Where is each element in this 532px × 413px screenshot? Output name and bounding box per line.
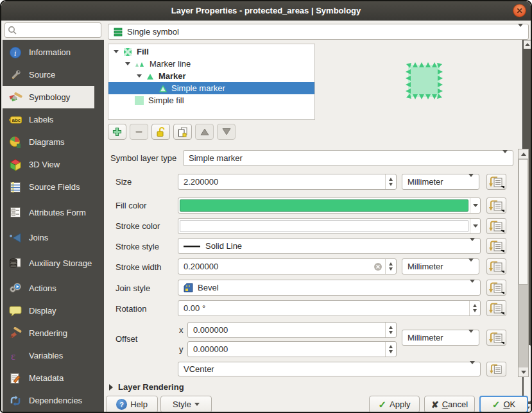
sidebar-item-variables[interactable]: ε Variables [3, 344, 94, 367]
expand-icon[interactable] [137, 74, 142, 78]
tree-item-marker-line[interactable]: Marker line [108, 58, 314, 70]
tree-item-fill[interactable]: Fill [108, 46, 314, 58]
chevron-down-icon [502, 153, 508, 163]
search-box[interactable] [4, 22, 101, 38]
spinner-buttons[interactable] [469, 301, 480, 316]
data-defined-icon [488, 331, 505, 344]
tree-item-simple-fill[interactable]: Simple fill [108, 94, 314, 106]
anchor-point-select[interactable]: VCenter [178, 362, 481, 376]
stroke-color-data-defined-override-button[interactable] [486, 218, 506, 234]
sidebar-item-rendering[interactable]: Rendering [3, 322, 94, 344]
size-unit-select[interactable]: Millimeter [402, 174, 479, 190]
help-icon: ? [116, 399, 127, 410]
join-style-data-defined-override-button[interactable] [486, 280, 506, 296]
stroke-style-data-defined-override-button[interactable] [486, 238, 506, 254]
help-button[interactable]: ? Help [106, 396, 158, 413]
cancel-button[interactable]: ✘ Cancel [424, 396, 475, 413]
ok-button[interactable]: ✓ OK [479, 396, 528, 413]
duplicate-symbol-layer-button[interactable] [173, 124, 192, 140]
move-up-button[interactable] [195, 124, 214, 140]
clear-icon[interactable] [373, 262, 382, 271]
style-button[interactable]: Style [160, 396, 212, 413]
stroke-color-label: Stroke color [116, 221, 160, 231]
lock-color-button[interactable] [151, 124, 170, 140]
offset-y-input[interactable] [187, 341, 397, 357]
pie-chart-icon [8, 135, 23, 149]
layer-rendering-section[interactable]: Layer Rendering [109, 382, 184, 392]
sidebar-item-3d-view[interactable]: 3D View [3, 153, 94, 176]
close-icon[interactable]: ✕ [513, 4, 526, 17]
chevron-down-icon[interactable] [470, 219, 480, 233]
stroke-color-button[interactable] [178, 218, 481, 234]
scroll-down-icon[interactable] [519, 367, 528, 376]
anchor-data-defined-override-button[interactable] [486, 362, 506, 376]
title-bar[interactable]: Layer Properties - protected_areas | Sym… [1, 1, 531, 21]
stroke-width-data-defined-override-button[interactable] [486, 258, 506, 274]
metadata-page-icon [8, 371, 23, 385]
remove-symbol-layer-button[interactable] [130, 124, 148, 140]
offset-y-label: y [179, 344, 184, 354]
spinner-buttons[interactable] [385, 259, 396, 274]
stroke-width-unit-select[interactable]: Millimeter [402, 258, 479, 274]
expand-icon[interactable] [125, 62, 130, 65]
window-title: Layer Properties - protected_areas | Sym… [171, 6, 361, 15]
join-arrow-icon [8, 231, 23, 245]
speech-bubble-icon [8, 304, 23, 318]
fill-color-button[interactable] [178, 198, 481, 214]
sidebar-item-metadata[interactable]: Metadata [3, 367, 94, 389]
search-input[interactable] [17, 26, 93, 35]
sidebar-item-display[interactable]: Display [3, 299, 94, 322]
dependencies-arrows-icon [8, 394, 23, 408]
sidebar-item-auxiliary-storage[interactable]: Auxiliary Storage [3, 249, 94, 277]
sidebar: i Information Source Symbology abc Label… [3, 40, 104, 413]
spinner-buttons[interactable] [385, 342, 396, 357]
expand-icon[interactable] [114, 50, 119, 53]
offset-data-defined-override-button[interactable] [486, 330, 506, 346]
check-icon: ✓ [492, 399, 501, 410]
sidebar-item-source-fields[interactable]: Source Fields [3, 176, 94, 198]
add-symbol-layer-button[interactable] [108, 124, 126, 140]
offset-x-input[interactable] [187, 322, 397, 338]
scroll-up-icon[interactable] [519, 149, 528, 158]
join-style-label: Join style [116, 283, 150, 293]
tree-item-simple-marker[interactable]: Simple marker [108, 82, 314, 94]
stroke-style-label: Stroke style [116, 242, 159, 251]
rotation-input[interactable] [178, 300, 481, 316]
sidebar-item-dependencies[interactable]: Dependencies [3, 389, 94, 412]
renderer-select[interactable]: Single symbol [108, 24, 529, 40]
symbol-layer-type-select[interactable]: Simple marker [183, 150, 513, 166]
join-style-select[interactable]: Bevel [178, 280, 481, 296]
apply-button[interactable]: ✓ Apply [369, 396, 420, 413]
tree-item-marker[interactable]: Marker [108, 70, 314, 82]
sidebar-item-information[interactable]: i Information [3, 41, 94, 63]
symbol-layer-tree: Fill Marker line Marker Simple marker Si… [108, 44, 315, 120]
size-data-defined-override-button[interactable] [486, 174, 506, 190]
chevron-down-icon[interactable] [470, 198, 480, 213]
sidebar-item-symbology[interactable]: Symbology [3, 86, 94, 108]
properties-scrollbar[interactable] [518, 149, 529, 377]
spinner-buttons[interactable] [385, 174, 396, 189]
rotation-data-defined-override-button[interactable] [486, 300, 506, 316]
epsilon-icon: ε [8, 349, 23, 363]
sidebar-item-source[interactable]: Source [3, 63, 94, 86]
stroke-style-select[interactable]: Solid Line [178, 238, 481, 254]
symbology-icon [8, 90, 23, 105]
offset-unit-select[interactable]: Millimeter [402, 330, 479, 346]
spinner-buttons[interactable] [385, 323, 396, 337]
database-icon [8, 256, 23, 270]
sidebar-item-joins[interactable]: Joins [3, 226, 94, 249]
check-icon: ✓ [378, 399, 386, 410]
sidebar-item-labels[interactable]: abc Labels [3, 108, 94, 131]
sidebar-item-diagrams[interactable]: Diagrams [3, 131, 94, 153]
fill-color-data-defined-override-button[interactable] [486, 198, 506, 214]
data-defined-icon [488, 260, 505, 273]
scrollbar-thumb[interactable] [519, 159, 528, 285]
stroke-width-input[interactable] [178, 258, 397, 274]
sidebar-item-attributes-form[interactable]: Attributes Form [3, 198, 94, 226]
sidebar-item-actions[interactable]: Actions [3, 277, 94, 299]
size-input[interactable] [178, 174, 397, 190]
scroll-up-icon[interactable] [524, 40, 531, 49]
svg-text:ε: ε [11, 350, 15, 362]
simple-fill-icon [134, 96, 144, 106]
move-down-button[interactable] [217, 124, 236, 140]
